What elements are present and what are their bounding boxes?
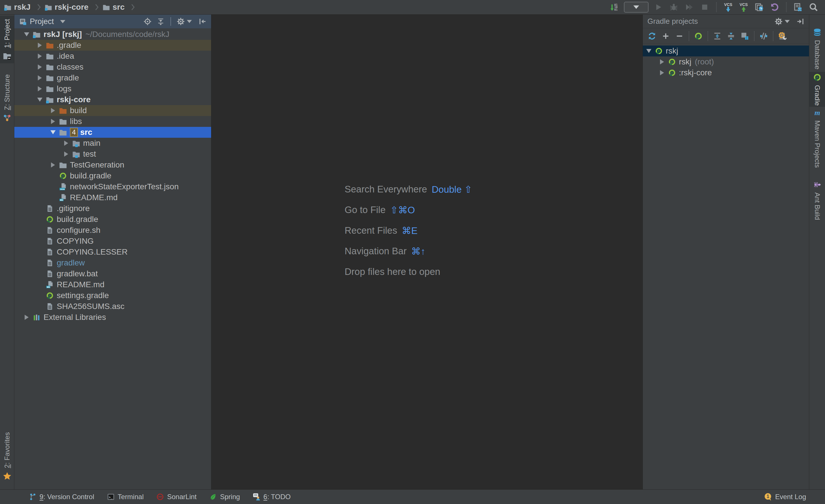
- revert-button[interactable]: [769, 1, 780, 13]
- tree-item-External-Libraries[interactable]: External Libraries: [14, 312, 211, 323]
- tool-window-button-2-Favorites[interactable]: 2: Favorites: [0, 425, 14, 488]
- breadcrumb-item-src[interactable]: src: [102, 3, 138, 12]
- gradle-settings-button[interactable]: [776, 30, 789, 43]
- tree-item-README.md[interactable]: MDREADME.md: [14, 279, 211, 290]
- tree-item-rskj[interactable]: rskj(root): [643, 57, 809, 67]
- gear-button[interactable]: [177, 17, 194, 25]
- tree-item-build.gradle[interactable]: build.gradle: [14, 170, 211, 181]
- tree-item-classes[interactable]: classes: [14, 62, 211, 72]
- gradle-button[interactable]: [692, 30, 705, 43]
- run-button[interactable]: [653, 1, 664, 13]
- hide-button[interactable]: [199, 17, 207, 25]
- expand-arrow-icon[interactable]: [63, 141, 70, 146]
- project-view-dropdown-caret[interactable]: [60, 20, 65, 23]
- toolbar-separator: [754, 31, 755, 41]
- recent-changes-button[interactable]: [753, 1, 765, 13]
- status-item-Terminal[interactable]: >_Terminal: [107, 493, 144, 501]
- expand-arrow-icon[interactable]: [49, 119, 57, 124]
- tree-item-gradlew.bat[interactable]: gradlew.bat: [14, 268, 211, 279]
- tree-item-rskj-core[interactable]: rskj-core: [14, 94, 211, 105]
- expand-arrow-icon[interactable]: [658, 70, 666, 75]
- tool-window-button-1-Project[interactable]: 1: Project: [0, 16, 14, 63]
- collapse-arrow-icon[interactable]: [23, 32, 30, 36]
- tree-item-rskj[interactable]: rskj: [643, 46, 809, 57]
- tree-item-build.gradle[interactable]: build.gradle: [14, 214, 211, 225]
- expand-arrow-icon[interactable]: [23, 315, 30, 320]
- expand-arrow-icon[interactable]: [36, 54, 44, 59]
- vcs-update-button[interactable]: VCS: [723, 1, 734, 13]
- tree-item-src[interactable]: 4src: [14, 127, 211, 138]
- tree-item-gradlew[interactable]: gradlew: [14, 257, 211, 268]
- tree-item-build[interactable]: build: [14, 105, 211, 116]
- tree-item-label: rskj: [679, 57, 691, 67]
- status-item-9-Version-Control[interactable]: 9: Version Control: [29, 493, 94, 501]
- expand-arrow-icon[interactable]: [49, 162, 57, 168]
- collapse-all-button[interactable]: [157, 17, 165, 25]
- tree-item-libs[interactable]: libs: [14, 116, 211, 127]
- tree-item-main[interactable]: main: [14, 138, 211, 149]
- search-everywhere-button[interactable]: [808, 1, 819, 13]
- tree-item-suffix: (root): [695, 57, 714, 67]
- status-item-SonarLint[interactable]: SonarLint: [156, 493, 197, 501]
- download-binary-button[interactable]: 011001: [608, 1, 620, 13]
- tree-item--rskj-core[interactable]: :rskj-core: [643, 67, 809, 78]
- tool-window-button-Maven-Projects[interactable]: mMaven Projects: [809, 109, 825, 167]
- collapse-arrow-icon[interactable]: [645, 49, 653, 53]
- tool-window-button-Database[interactable]: Database: [809, 27, 825, 70]
- expand-arrow-icon[interactable]: [36, 75, 44, 80]
- tree-item-gradle[interactable]: gradle: [14, 72, 211, 83]
- collapse-arrow-icon[interactable]: [36, 98, 44, 102]
- expand-arrow-icon[interactable]: [36, 43, 44, 48]
- expand-arrow-icon[interactable]: [658, 59, 666, 65]
- expand-arrow-icon[interactable]: [36, 86, 44, 91]
- tool-window-button-Ant-Build[interactable]: Ant Build: [809, 178, 825, 223]
- text-file-icon: [46, 248, 54, 256]
- collapse-all-blue-button[interactable]: [725, 30, 737, 43]
- tree-item-rskJ-rskj-[interactable]: rskJ [rskj]~/Documents/code/rskJ: [14, 29, 211, 40]
- breadcrumb-item-rskj-core[interactable]: rskj-core: [45, 3, 101, 12]
- stop-button[interactable]: [699, 1, 710, 13]
- collapse-arrow-icon[interactable]: [49, 130, 57, 134]
- tree-item-TestGeneration[interactable]: TestGeneration: [14, 160, 211, 170]
- expand-arrow-icon[interactable]: [49, 108, 57, 113]
- coverage-button[interactable]: [683, 1, 695, 13]
- status-item-6-TODO[interactable]: 6: TODO: [253, 493, 291, 501]
- tree-item-.gitignore[interactable]: .gitignore: [14, 203, 211, 214]
- expand-arrow-icon[interactable]: [36, 65, 44, 70]
- tree-item-label: gradlew.bat: [57, 269, 98, 278]
- tree-item-SHA256SUMS.asc[interactable]: SHA256SUMS.asc: [14, 301, 211, 312]
- shortcut-hint: Navigation Bar⌘↑: [345, 241, 472, 261]
- status-item-Spring[interactable]: Spring: [209, 493, 240, 501]
- tree-item-settings.gradle[interactable]: settings.gradle: [14, 290, 211, 301]
- tool-window-button-Z-Structure[interactable]: Z: Structure: [0, 74, 14, 123]
- expand-all-button[interactable]: [711, 30, 724, 43]
- plus-button[interactable]: [659, 30, 672, 43]
- tree-item-.idea[interactable]: .idea: [14, 51, 211, 62]
- tree-item-configure.sh[interactable]: configure.sh: [14, 225, 211, 236]
- tree-item-README.md[interactable]: MDREADME.md: [14, 192, 211, 203]
- hide-right-icon: [796, 17, 804, 25]
- tree-item-.gradle[interactable]: .gradle: [14, 40, 211, 51]
- debug-button[interactable]: [668, 1, 679, 13]
- gear-button[interactable]: [774, 17, 791, 25]
- tool-window-button-Gradle[interactable]: Gradle: [809, 72, 825, 107]
- minus-button[interactable]: [673, 30, 686, 43]
- expand-arrow-icon[interactable]: [63, 152, 70, 157]
- vcs-commit-button[interactable]: VCS: [738, 1, 749, 13]
- status-item-Event-Log[interactable]: 1Event Log: [764, 493, 806, 501]
- tree-item-logs[interactable]: logs: [14, 83, 211, 94]
- dependencies-button[interactable]: [739, 30, 751, 43]
- run-config-combo[interactable]: [624, 2, 649, 13]
- tree-item-label: :rskj-core: [679, 68, 712, 77]
- tree-item-COPYING.LESSER[interactable]: COPYING.LESSER: [14, 247, 211, 257]
- gradle-refresh-button[interactable]: [646, 30, 658, 43]
- tree-item-networkStateExporterTest.json[interactable]: JSONnetworkStateExporterTest.json: [14, 181, 211, 192]
- locate-button[interactable]: [144, 17, 152, 25]
- tree-item-COPYING[interactable]: COPYING: [14, 236, 211, 247]
- offline-mode-button[interactable]: [757, 30, 770, 43]
- breadcrumb-item-rskJ[interactable]: rskJ: [4, 3, 44, 12]
- shortcut-hint: Search EverywhereDouble ⇧: [345, 179, 472, 199]
- tree-item-test[interactable]: test: [14, 149, 211, 160]
- hide-right-button[interactable]: [796, 17, 804, 25]
- project-structure-button[interactable]: [792, 1, 804, 13]
